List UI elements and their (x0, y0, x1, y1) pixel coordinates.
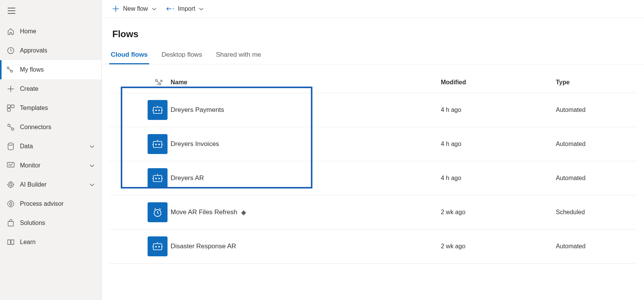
flow-type-icon (148, 202, 168, 222)
chevron-down-icon (199, 5, 204, 12)
monitor-icon (7, 162, 15, 169)
tab-shared-with-me[interactable]: Shared with me (214, 47, 263, 64)
sidebar-item-label: Templates (20, 105, 48, 111)
approvals-icon (7, 47, 15, 54)
svg-rect-4 (11, 105, 14, 108)
column-type[interactable]: Type (556, 79, 632, 86)
flow-column-icon[interactable] (148, 79, 171, 85)
sidebar-item-data[interactable]: Data (0, 137, 101, 156)
flow-type-icon (148, 236, 168, 256)
home-icon (7, 28, 15, 35)
flow-modified: 2 wk ago (441, 209, 556, 216)
svg-point-15 (159, 83, 161, 85)
flow-name: Disaster Response AR (171, 243, 441, 250)
sidebar-item-label: Monitor (20, 162, 40, 169)
solutions-icon (7, 219, 15, 227)
templates-icon (7, 104, 15, 112)
tab-cloud-flows[interactable]: Cloud flows (109, 47, 149, 64)
svg-rect-13 (8, 221, 13, 226)
sidebar-item-my-flows[interactable]: My flows (0, 60, 101, 79)
flow-type: Scheduled (556, 209, 632, 216)
sidebar-item-create[interactable]: Create (0, 79, 101, 98)
flow-type: Automated (556, 175, 632, 182)
sidebar-item-home[interactable]: Home (0, 22, 101, 41)
sidebar-item-label: Connectors (20, 124, 51, 131)
flow-row[interactable]: Disaster Response AR2 wk agoAutomated (109, 230, 636, 264)
new-flow-label: New flow (123, 5, 148, 12)
plus-icon (7, 85, 15, 93)
plus-icon (112, 5, 119, 12)
flow-icon (7, 66, 15, 74)
sidebar-item-label: Data (20, 143, 33, 150)
svg-point-29 (158, 246, 160, 248)
annotation-highlight-box (121, 87, 312, 189)
tabs: Cloud flowsDesktop flowsShared with me (102, 47, 644, 64)
sidebar-item-label: My flows (20, 66, 44, 73)
column-modified[interactable]: Modified (441, 79, 556, 86)
sidebar-item-label: Approvals (20, 47, 47, 54)
svg-point-10 (8, 182, 13, 187)
flow-row[interactable]: Move AR Files Refresh ◆2 wk agoScheduled (109, 195, 636, 230)
sidebar-item-templates[interactable]: Templates (0, 98, 101, 118)
sidebar-item-monitor[interactable]: Monitor (0, 156, 101, 175)
data-icon (7, 143, 15, 150)
svg-point-1 (7, 67, 9, 69)
import-button[interactable]: Import (166, 5, 204, 12)
new-flow-button[interactable]: New flow (112, 5, 156, 12)
svg-point-11 (10, 184, 12, 186)
flow-type: Automated (556, 243, 632, 250)
tab-desktop-flows[interactable]: Desktop flows (160, 47, 204, 64)
import-label: Import (178, 5, 195, 12)
svg-rect-27 (153, 244, 162, 250)
connectors-icon (7, 123, 15, 131)
chevron-down-icon (90, 143, 94, 150)
svg-rect-9 (7, 162, 14, 167)
flow-type: Automated (556, 141, 632, 148)
flow-name: Move AR Files Refresh ◆ (171, 208, 441, 216)
import-icon (166, 6, 174, 11)
flow-type: Automated (556, 107, 632, 113)
toolbar: New flow Import (102, 0, 644, 18)
flow-modified: 4 h ago (441, 107, 556, 113)
sidebar-item-label: Solutions (20, 220, 45, 226)
chevron-down-icon (90, 162, 94, 169)
sidebar-item-process-advisor[interactable]: Process advisor (0, 194, 101, 213)
svg-point-8 (8, 143, 13, 145)
sidebar-item-learn[interactable]: Learn (0, 233, 101, 252)
svg-rect-5 (7, 108, 10, 111)
sidebar-item-solutions[interactable]: Solutions (0, 213, 101, 233)
sidebar-item-connectors[interactable]: Connectors (0, 118, 101, 137)
sidebar-item-ai-builder[interactable]: AI Builder (0, 175, 101, 194)
learn-icon (7, 238, 15, 246)
ai-icon (7, 181, 15, 189)
hamburger-button[interactable] (0, 3, 101, 22)
sidebar-item-approvals[interactable]: Approvals (0, 41, 101, 60)
main-content: New flow Import Flows Cloud flowsDesktop… (102, 0, 644, 300)
process-icon (7, 200, 15, 208)
page-title: Flows (102, 18, 644, 47)
flow-modified: 4 h ago (441, 141, 556, 148)
sidebar-item-label: AI Builder (20, 181, 46, 188)
sidebar-item-label: Learn (20, 239, 36, 246)
svg-rect-3 (7, 105, 10, 108)
sidebar-item-label: Create (20, 85, 38, 92)
chevron-down-icon (152, 5, 156, 12)
svg-point-2 (11, 70, 13, 72)
column-name[interactable]: Name (171, 79, 441, 86)
svg-point-16 (161, 80, 162, 82)
chevron-down-icon (90, 181, 94, 188)
diamond-icon: ◆ (241, 208, 246, 216)
sidebar: HomeApprovalsMy flowsCreateTemplatesConn… (0, 0, 102, 300)
sidebar-item-label: Home (20, 28, 36, 35)
svg-point-14 (156, 80, 158, 82)
flow-modified: 4 h ago (441, 175, 556, 182)
sidebar-item-label: Process advisor (20, 200, 64, 207)
svg-point-28 (155, 246, 157, 248)
flow-modified: 2 wk ago (441, 243, 556, 250)
